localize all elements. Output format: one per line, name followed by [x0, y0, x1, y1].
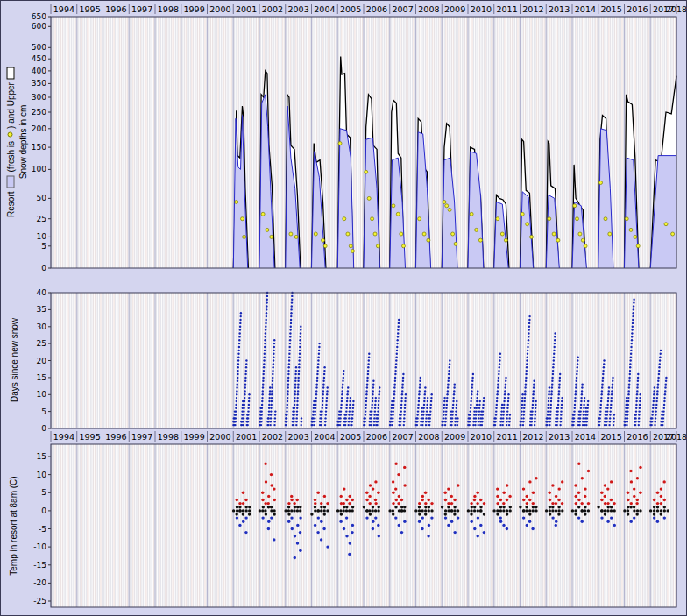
y-tick-label: 20: [37, 357, 47, 365]
year-label: 2011: [497, 432, 518, 442]
year-label: 2015: [601, 4, 622, 14]
y-tick-label: 15: [37, 373, 46, 382]
year-label: 1996: [105, 4, 126, 14]
y-tick-label: 300: [32, 93, 46, 102]
year-label: 2006: [366, 432, 387, 442]
year-label: 1995: [80, 4, 101, 14]
year-label: 2002: [262, 4, 283, 14]
year-label: 1994: [53, 432, 74, 442]
year-label: 2013: [549, 432, 570, 442]
year-axis-top: 1994199519961997199819992000200120022003…: [51, 4, 686, 14]
year-label: 2003: [288, 432, 309, 442]
year-label: 2018: [666, 432, 686, 442]
year-label: 1997: [131, 4, 152, 14]
year-label: 1998: [158, 4, 179, 14]
year-label: 2009: [444, 432, 465, 442]
y-tick-label: 10: [37, 390, 47, 399]
year-label: 1999: [184, 4, 205, 14]
y-tick-label: 0: [41, 506, 46, 515]
y-tick-label: 0: [41, 424, 46, 433]
y-tick-label: 5: [41, 242, 46, 251]
year-label: 2001: [236, 432, 257, 442]
y-tick-label: 650: [32, 12, 46, 21]
y-tick-label: 30: [37, 322, 47, 331]
year-label: 1994: [53, 4, 74, 14]
y-tick-label: 10: [37, 232, 47, 241]
year-label: 2010: [471, 4, 492, 14]
year-label: 2018: [666, 4, 686, 14]
year-label: 2012: [522, 432, 543, 442]
year-label: 2004: [314, 4, 335, 14]
year-label: 2009: [444, 4, 465, 14]
year-label: 2014: [575, 432, 596, 442]
year-label: 2014: [575, 4, 596, 14]
y-tick-label: 15: [37, 452, 46, 461]
y-axis-ticks: 0510255010015020025030035040045050060065…: [32, 12, 51, 605]
year-label: 2006: [366, 4, 387, 14]
year-label: 2007: [393, 432, 414, 442]
y-tick-label: -15: [33, 561, 46, 570]
year-label: 2005: [340, 432, 361, 442]
year-label: 2015: [601, 432, 622, 442]
y-tick-label: 500: [32, 43, 46, 52]
y-tick-label: 600: [32, 22, 46, 31]
year-label: 2016: [627, 4, 648, 14]
year-label: 2001: [236, 4, 257, 14]
year-label: 2000: [209, 4, 230, 14]
y-tick-label: -20: [33, 578, 46, 587]
y-tick-label: 200: [32, 124, 46, 133]
year-label: 2004: [314, 432, 335, 442]
y-tick-label: 5: [41, 407, 46, 416]
y-tick-label: 450: [32, 54, 46, 63]
year-label: 2016: [627, 432, 648, 442]
year-label: 2010: [471, 432, 492, 442]
y-tick-label: 5: [41, 488, 46, 497]
y-tick-label: 0: [41, 264, 46, 273]
y-tick-label: 350: [32, 79, 46, 88]
year-label: 2000: [209, 432, 230, 442]
y-tick-label: 100: [32, 165, 46, 173]
year-label: 2013: [549, 4, 570, 14]
year-label: 1998: [158, 432, 179, 442]
y-tick-label: 40: [37, 288, 47, 297]
y-tick-label: 400: [32, 67, 46, 75]
year-label: 2008: [418, 432, 439, 442]
plot-backgrounds: [51, 17, 676, 607]
year-label: 2011: [497, 4, 518, 14]
y-tick-label: 50: [37, 194, 47, 202]
year-label: 2002: [262, 432, 283, 442]
y-tick-label: -5: [39, 525, 46, 534]
y-tick-label: 25: [37, 339, 46, 348]
year-label: 2007: [393, 4, 414, 14]
y-tick-label: 250: [32, 108, 46, 117]
year-label: 2008: [418, 4, 439, 14]
year-label: 2003: [288, 4, 309, 14]
year-label: 2012: [522, 4, 543, 14]
snow-history-chart-page: 1994199519961997199819992000200120022003…: [0, 0, 687, 616]
year-label: 2005: [340, 4, 361, 14]
year-axis-middle: 1994199519961997199819992000200120022003…: [51, 431, 686, 442]
year-label: 1996: [105, 432, 126, 442]
year-label: 1999: [184, 432, 205, 442]
y-tick-label: 10: [37, 471, 47, 479]
y-tick-label: 25: [37, 215, 46, 223]
year-label: 1995: [80, 432, 101, 442]
y-tick-label: 35: [37, 305, 46, 314]
y-tick-label: 150: [32, 143, 46, 152]
year-label: 1997: [131, 432, 152, 442]
chart-canvas: 1994199519961997199819992000200120022003…: [1, 1, 686, 615]
y-tick-label: -10: [33, 542, 46, 551]
y-tick-label: -25: [33, 597, 46, 605]
